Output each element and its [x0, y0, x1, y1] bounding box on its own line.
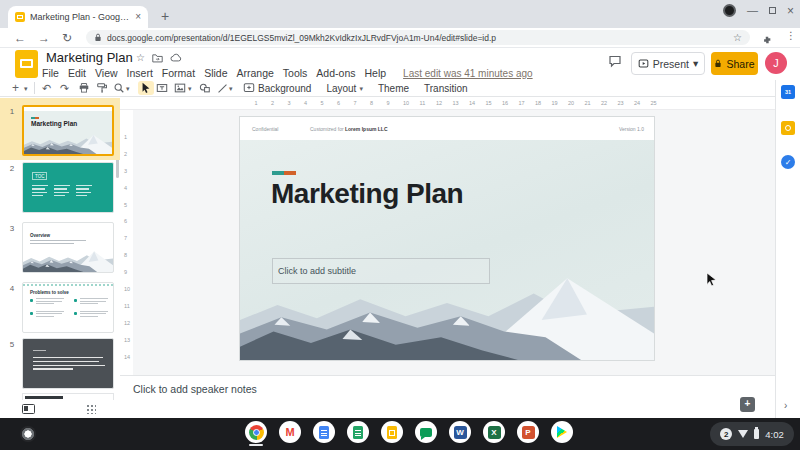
shelf-app-sheets[interactable]	[347, 421, 369, 443]
slide-thumbnail-4[interactable]: Problems to solve	[22, 282, 114, 333]
shelf-app-excel[interactable]: X	[483, 421, 505, 443]
shelf-app-powerpoint[interactable]: P	[517, 421, 539, 443]
slide-filmstrip: 1Marketing Plan2TOC3Overview4Problems to…	[0, 97, 120, 400]
tab-close-icon[interactable]: ×	[135, 12, 141, 22]
speaker-notes-placeholder[interactable]: Click to add speaker notes	[133, 383, 257, 395]
menu-addons[interactable]: Add-ons	[316, 67, 355, 79]
shelf-app-chat[interactable]	[415, 421, 437, 443]
new-slide-button[interactable]: +	[12, 81, 19, 95]
shelf-app-docs[interactable]	[313, 421, 335, 443]
share-button[interactable]: Share	[711, 52, 758, 75]
ruler-number: 22	[601, 100, 607, 106]
insert-comment-icon[interactable]	[243, 81, 255, 95]
background-button[interactable]: Background	[258, 83, 311, 94]
paint-format-icon[interactable]	[96, 81, 108, 95]
reload-icon[interactable]: ↻	[62, 29, 72, 47]
ruler-number: 10	[124, 286, 130, 292]
new-slide-dropdown-icon[interactable]: ▾	[24, 81, 28, 95]
slide-thumbnail-2[interactable]: TOC	[22, 162, 114, 213]
redo-icon[interactable]: ↷	[60, 81, 69, 95]
image-dropdown-icon[interactable]: ▾	[188, 81, 192, 95]
window-close-button[interactable]: ×	[787, 5, 794, 17]
menu-file[interactable]: File	[42, 67, 59, 79]
menu-edit[interactable]: Edit	[68, 67, 86, 79]
window-maximize-button[interactable]	[769, 7, 776, 14]
extension-icon[interactable]	[762, 31, 772, 49]
omnibox[interactable]: docs.google.com/presentation/d/1EGELGS5m…	[86, 30, 750, 45]
slide-thumbnail-5[interactable]	[22, 338, 114, 389]
slide-canvas[interactable]: Confidential Customized for Lorem Ipsum …	[240, 117, 654, 360]
explore-button[interactable]: +	[740, 397, 755, 412]
ruler-number: 10	[403, 100, 409, 106]
ruler-number: 4	[124, 185, 127, 191]
menu-tools[interactable]: Tools	[283, 67, 308, 79]
bookmark-star-icon[interactable]: ☆	[733, 32, 742, 43]
menu-items: FileEditViewInsertFormatSlideArrangeTool…	[42, 67, 386, 79]
zoom-icon[interactable]	[113, 81, 125, 95]
launcher-button[interactable]	[20, 426, 36, 442]
shelf-app-gmail[interactable]: M	[279, 421, 301, 443]
shelf-app-play-store[interactable]	[551, 421, 573, 443]
slide-thumbnail-6-partial[interactable]	[22, 393, 114, 400]
slide-title-text[interactable]: Marketing Plan	[271, 178, 463, 210]
transition-button[interactable]: Transition	[424, 83, 468, 94]
menu-insert[interactable]: Insert	[127, 67, 153, 79]
print-icon[interactable]	[78, 81, 90, 95]
insert-line-icon[interactable]	[217, 81, 228, 95]
calendar-icon[interactable]: 31	[781, 85, 795, 99]
slide-thumbnail-1[interactable]: Marketing Plan	[22, 105, 114, 156]
window-minimize-button[interactable]: —	[747, 5, 758, 16]
layout-button[interactable]: Layout▾	[326, 83, 363, 94]
last-edit-link[interactable]: Last edit was 41 minutes ago	[403, 68, 533, 79]
undo-icon[interactable]: ↶	[42, 81, 51, 95]
menu-arrange[interactable]: Arrange	[236, 67, 273, 79]
forward-icon[interactable]: →	[38, 29, 50, 47]
theme-button[interactable]: Theme	[378, 83, 409, 94]
insert-shape-icon[interactable]	[199, 81, 211, 95]
keep-icon[interactable]	[781, 121, 795, 135]
text-box-icon[interactable]	[156, 81, 168, 95]
account-avatar[interactable]: J	[765, 52, 787, 74]
ruler-number: 24	[634, 100, 640, 106]
side-panel-expand-icon[interactable]: ›	[784, 400, 787, 411]
ruler-number: 2	[271, 100, 274, 106]
present-label: Present	[653, 58, 689, 70]
shelf-app-word[interactable]: W	[449, 421, 471, 443]
menu-format[interactable]: Format	[162, 67, 195, 79]
slide-meta-band: Confidential Customized for Lorem Ipsum …	[240, 117, 654, 140]
wifi-icon	[738, 430, 748, 438]
filmstrip-view-icon[interactable]	[22, 404, 35, 414]
select-tool-icon[interactable]	[138, 81, 154, 95]
shelf-app-slides[interactable]	[381, 421, 403, 443]
running-indicator	[249, 444, 263, 446]
tasks-icon[interactable]: ✓	[781, 155, 795, 169]
new-tab-button[interactable]: +	[155, 6, 175, 26]
back-icon[interactable]: ←	[14, 29, 26, 47]
system-tray[interactable]: 2 4:02	[710, 422, 794, 446]
insert-image-icon[interactable]	[174, 81, 186, 95]
comments-icon[interactable]	[607, 54, 623, 72]
browser-menu-icon[interactable]: ⋮	[786, 30, 796, 41]
line-dropdown-icon[interactable]: ▾	[229, 81, 233, 95]
slide-number: 2	[6, 164, 18, 173]
shelf-app-chrome[interactable]	[245, 421, 267, 443]
grid-view-icon[interactable]	[86, 404, 96, 414]
zoom-dropdown-icon[interactable]: ▾	[126, 81, 130, 95]
move-folder-icon[interactable]	[152, 53, 163, 65]
slides-logo-icon[interactable]	[15, 50, 38, 78]
menu-slide[interactable]: Slide	[204, 67, 227, 79]
speaker-notes-bar[interactable]: Click to add speaker notes +	[120, 375, 775, 418]
document-title[interactable]: Marketing Plan	[46, 50, 133, 65]
slide-number: 4	[6, 284, 18, 293]
slide-thumbnail-3[interactable]: Overview	[22, 222, 114, 273]
present-dropdown-icon[interactable]: ▾	[693, 58, 698, 69]
menu-view[interactable]: View	[95, 67, 118, 79]
filmstrip-view-toggles	[0, 400, 120, 418]
menu-help[interactable]: Help	[364, 67, 386, 79]
star-icon[interactable]: ☆	[136, 53, 145, 63]
ruler-number: 9	[387, 100, 390, 106]
ruler-number: 12	[124, 320, 130, 326]
browser-profile-icon[interactable]	[723, 4, 736, 17]
browser-tab[interactable]: Marketing Plan - Google Slides ×	[8, 6, 148, 28]
present-button[interactable]: Present ▾	[631, 52, 705, 75]
